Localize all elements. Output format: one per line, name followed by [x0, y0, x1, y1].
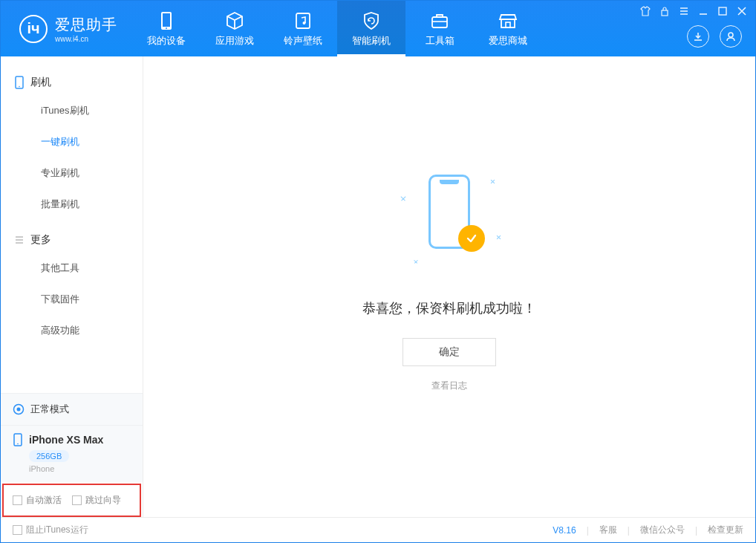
sidebar-item-pro[interactable]: 专业刷机	[1, 157, 143, 189]
titlebar-actions	[687, 25, 742, 48]
logo: iч 爱思助手 www.i4.cn	[1, 15, 132, 43]
svg-rect-8	[662, 10, 668, 16]
maximize-icon[interactable]	[717, 5, 729, 17]
link-update[interactable]: 检查更新	[708, 524, 743, 536]
music-icon	[293, 10, 313, 31]
cube-icon	[224, 10, 245, 31]
checkbox-block-itunes[interactable]: 阻止iTunes运行	[13, 524, 88, 536]
shop-icon	[498, 10, 518, 31]
svg-rect-5	[432, 17, 447, 27]
checkbox-skip-wizard[interactable]: 跳过向导	[72, 494, 121, 507]
tab-toolbox[interactable]: 工具箱	[405, 1, 474, 56]
list-icon	[14, 235, 25, 245]
check-badge-icon	[458, 225, 485, 252]
phone-icon	[156, 10, 177, 31]
statusbar: 阻止iTunes运行 V8.16 | 客服 | 微信公众号 | 检查更新	[1, 517, 755, 542]
sidebar-item-other[interactable]: 其他工具	[1, 253, 143, 284]
link-service[interactable]: 客服	[599, 524, 617, 536]
window-controls-top	[639, 5, 748, 17]
svg-rect-6	[501, 19, 515, 27]
tab-my-device[interactable]: 我的设备	[132, 1, 201, 56]
sparkle-icon	[413, 258, 419, 264]
highlighted-options: 自动激活 跳过向导	[2, 484, 141, 517]
titlebar: iч 爱思助手 www.i4.cn 我的设备 应用游戏 铃声壁纸 智能刷机	[1, 1, 755, 56]
svg-point-16	[17, 443, 19, 445]
sidebar-device-panel: 正常模式 iPhone XS Max 256GB iPhone	[1, 393, 143, 482]
sidebar-item-onekey[interactable]: 一键刷机	[1, 126, 143, 157]
shirt-icon[interactable]	[639, 5, 651, 17]
top-tabs: 我的设备 应用游戏 铃声壁纸 智能刷机 工具箱 爱思商城	[132, 1, 542, 56]
checkbox-auto-activate[interactable]: 自动激活	[13, 494, 62, 507]
checkbox-icon	[13, 525, 22, 535]
device-type: iPhone	[29, 464, 131, 473]
svg-rect-1	[163, 13, 170, 27]
svg-point-14	[17, 408, 21, 412]
success-illustration	[397, 167, 501, 271]
app-url: www.i4.cn	[55, 35, 117, 43]
close-icon[interactable]	[736, 5, 748, 17]
svg-point-12	[19, 86, 20, 88]
svg-rect-9	[719, 7, 726, 15]
version-label: V8.16	[553, 525, 576, 536]
body: 刷机 iTunes刷机 一键刷机 专业刷机 批量刷机 更多 其他工具 下载固件 …	[1, 56, 755, 517]
success-message: 恭喜您，保资料刷机成功啦！	[362, 299, 536, 317]
svg-point-4	[303, 22, 306, 25]
svg-rect-3	[296, 13, 310, 28]
app-window: iч 爱思助手 www.i4.cn 我的设备 应用游戏 铃声壁纸 智能刷机	[0, 0, 756, 543]
logo-icon: iч	[19, 15, 48, 43]
device-mode[interactable]: 正常模式	[1, 394, 143, 426]
view-log-link[interactable]: 查看日志	[431, 380, 467, 392]
main-content: 恭喜您，保资料刷机成功啦！ 确定 查看日志	[143, 56, 755, 517]
sidebar-item-itunes[interactable]: iTunes刷机	[1, 95, 143, 126]
sparkle-icon	[489, 178, 497, 185]
tab-apps[interactable]: 应用游戏	[201, 1, 269, 56]
sparkle-icon	[495, 233, 503, 241]
app-name: 爱思助手	[55, 15, 117, 35]
tab-store[interactable]: 爱思商城	[474, 1, 542, 56]
briefcase-icon	[429, 10, 450, 31]
device-phone-icon	[13, 433, 23, 446]
minimize-icon[interactable]	[697, 5, 709, 17]
device-info[interactable]: iPhone XS Max 256GB iPhone	[1, 426, 143, 482]
phone-small-icon	[14, 76, 25, 89]
download-icon[interactable]	[687, 25, 709, 48]
svg-rect-7	[506, 22, 510, 27]
checkbox-icon	[13, 495, 22, 505]
sidebar-item-firmware[interactable]: 下载固件	[1, 284, 143, 315]
status-dot-icon	[13, 403, 25, 415]
sidebar-item-batch[interactable]: 批量刷机	[1, 189, 143, 220]
menu-icon[interactable]	[678, 5, 690, 17]
sparkle-icon	[399, 194, 407, 202]
checkbox-icon	[72, 495, 82, 505]
tab-ringtone[interactable]: 铃声壁纸	[269, 1, 337, 56]
svg-point-2	[166, 27, 167, 29]
sidebar-item-advanced[interactable]: 高级功能	[1, 315, 143, 346]
tab-flash[interactable]: 智能刷机	[337, 1, 405, 56]
sidebar-section-flash: 刷机	[1, 70, 143, 95]
sidebar: 刷机 iTunes刷机 一键刷机 专业刷机 批量刷机 更多 其他工具 下载固件 …	[1, 56, 143, 517]
ok-button[interactable]: 确定	[403, 338, 496, 366]
user-icon[interactable]	[720, 25, 742, 48]
refresh-shield-icon	[361, 10, 382, 31]
lock-icon[interactable]	[659, 5, 671, 17]
device-storage-badge: 256GB	[29, 450, 69, 462]
sidebar-section-more: 更多	[1, 227, 143, 253]
svg-point-10	[729, 33, 733, 37]
link-wechat[interactable]: 微信公众号	[640, 524, 685, 536]
